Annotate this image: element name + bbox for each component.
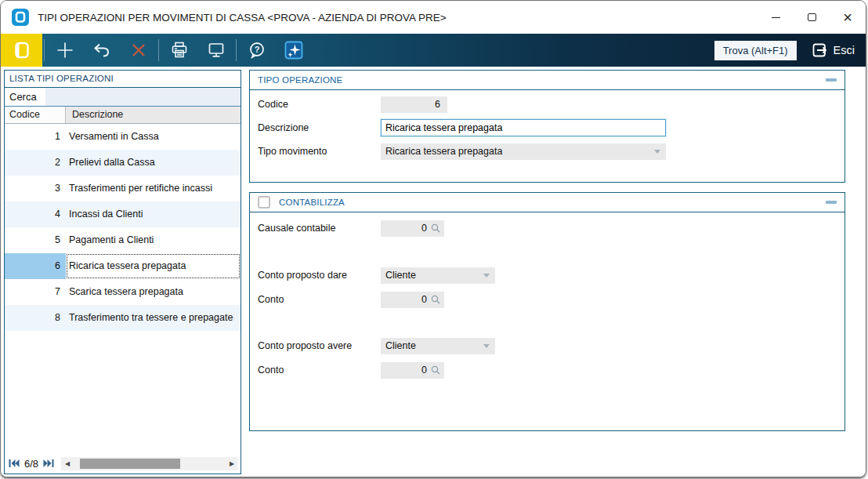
- dare-row: Conto proposto dare Cliente: [258, 267, 844, 284]
- last-record-icon: [43, 459, 54, 468]
- list-item-codice[interactable]: 1: [5, 124, 66, 150]
- avere-label: Conto proposto avere: [258, 340, 381, 351]
- list-item-descrizione[interactable]: Trasferimenti per retifiche incassi: [66, 176, 241, 201]
- list-item-codice[interactable]: 2: [5, 150, 66, 176]
- conto-dare-field[interactable]: 0: [381, 292, 444, 308]
- conto-avere-field[interactable]: 0: [381, 362, 444, 379]
- last-record-button[interactable]: [42, 456, 56, 470]
- undo-icon: [92, 41, 111, 60]
- avere-row: Conto proposto avere Cliente: [258, 337, 844, 354]
- list-item-descrizione[interactable]: Prelievi dalla Cassa: [66, 150, 241, 176]
- app-window: TIPI OPERAZIONI PER MOVIMENTI DI CASSA <…: [0, 0, 866, 477]
- tipo-movimento-dropdown[interactable]: Ricarica tessera prepagata: [381, 143, 666, 160]
- causale-row: Causale contabile 0: [258, 220, 844, 237]
- dare-value: Cliente: [385, 270, 416, 281]
- close-button[interactable]: ×: [830, 1, 866, 34]
- svg-text:?: ?: [254, 45, 259, 54]
- help-icon: ?: [248, 41, 266, 60]
- contabilizza-header: CONTABILIZZA: [250, 193, 844, 212]
- preview-button[interactable]: [197, 34, 234, 67]
- main-area: LISTA TIPI OPERAZIONI Cerca Codice Descr…: [1, 67, 866, 477]
- operations-list-panel: LISTA TIPI OPERAZIONI Cerca Codice Descr…: [4, 70, 241, 474]
- list-item-descrizione[interactable]: Ricarica tessera prepagata: [66, 253, 241, 279]
- column-header-codice[interactable]: Codice: [5, 107, 66, 123]
- first-record-button[interactable]: [7, 456, 21, 470]
- list-status-bar: 6/8 ◀ ▶: [5, 453, 241, 474]
- lookup-magnifier-icon: [431, 223, 440, 233]
- codice-field: 6: [381, 96, 447, 113]
- list-item[interactable]: 2Prelievi dalla Cassa: [5, 150, 241, 176]
- trova-button[interactable]: Trova (Alt+F1): [714, 41, 797, 60]
- monitor-icon: [207, 41, 226, 60]
- help-button[interactable]: ?: [238, 34, 275, 67]
- list-item-codice[interactable]: 5: [5, 227, 66, 253]
- horizontal-scrollbar[interactable]: ◀ ▶: [61, 457, 238, 470]
- descrizione-input[interactable]: [381, 119, 666, 136]
- delete-x-icon: [131, 42, 146, 58]
- collapse-icon[interactable]: [826, 201, 837, 204]
- operations-list: 1Versamenti in Cassa2Prelievi dalla Cass…: [5, 124, 241, 453]
- list-item[interactable]: 7Scarica tessera prepagata: [5, 279, 241, 305]
- list-item-codice[interactable]: 6: [5, 253, 66, 279]
- close-icon: ×: [843, 9, 852, 25]
- contabilizza-checkbox[interactable]: [258, 196, 270, 209]
- esci-button[interactable]: Esci: [808, 42, 858, 59]
- conto-dare-row: Conto 0: [258, 291, 844, 308]
- conto-dare-value: 0: [421, 294, 427, 305]
- search-input[interactable]: [45, 88, 241, 106]
- codice-row: Codice 6: [258, 96, 844, 113]
- list-item-descrizione[interactable]: Scarica tessera prepagata: [66, 279, 241, 305]
- list-item[interactable]: 8Trasferimento tra tessere e prepagate: [5, 305, 241, 331]
- search-row: Cerca: [5, 88, 241, 107]
- list-item[interactable]: 6Ricarica tessera prepagata: [5, 253, 241, 279]
- list-item-descrizione[interactable]: Incassi da Clienti: [66, 201, 241, 227]
- print-button[interactable]: [161, 34, 197, 67]
- app-logo-icon: [11, 8, 30, 27]
- list-item[interactable]: 3Trasferimenti per retifiche incassi: [5, 176, 241, 201]
- causale-field[interactable]: 0: [381, 220, 444, 237]
- list-item-descrizione[interactable]: Trasferimento tra tessere e prepagate: [66, 305, 241, 331]
- first-record-icon: [9, 459, 20, 468]
- list-item-descrizione[interactable]: Versamenti in Cassa: [66, 124, 241, 150]
- list-item-codice[interactable]: 7: [5, 279, 66, 305]
- maximize-button[interactable]: [794, 1, 830, 34]
- list-item[interactable]: 4Incassi da Clienti: [5, 201, 241, 227]
- tipo-movimento-row: Tipo movimento Ricarica tessera prepagat…: [258, 143, 844, 160]
- list-item[interactable]: 1Versamenti in Cassa: [5, 124, 241, 150]
- conto-avere-value: 0: [421, 365, 427, 376]
- scroll-right-icon[interactable]: ▶: [226, 457, 238, 470]
- list-item-codice[interactable]: 3: [5, 176, 66, 201]
- scroll-left-icon[interactable]: ◀: [61, 457, 74, 470]
- causale-value: 0: [421, 223, 427, 234]
- add-button[interactable]: [46, 34, 83, 67]
- list-item-descrizione[interactable]: Pagamenti a Clienti: [66, 227, 241, 253]
- dare-dropdown[interactable]: Cliente: [381, 267, 495, 284]
- minimize-button[interactable]: [758, 1, 794, 34]
- tipo-operazione-section: TIPO OPERAZIONE Codice 6 Descrizione Tip…: [249, 70, 845, 183]
- app-menu-button[interactable]: [1, 34, 42, 67]
- lookup-magnifier-icon: [431, 295, 440, 304]
- list-item-codice[interactable]: 4: [5, 201, 66, 227]
- column-header-descrizione[interactable]: Descrizione: [66, 107, 241, 123]
- toolbar-separator: [44, 39, 45, 61]
- record-pager: 6/8: [24, 458, 39, 470]
- chevron-down-icon: [654, 150, 660, 154]
- section-title: TIPO OPERAZIONE: [258, 75, 826, 85]
- list-item-codice[interactable]: 8: [5, 305, 66, 331]
- toolbar-separator: [158, 39, 159, 61]
- delete-button[interactable]: [120, 34, 157, 67]
- avere-dropdown[interactable]: Cliente: [381, 338, 495, 354]
- conto-avere-row: Conto 0: [258, 361, 844, 379]
- conto-dare-label: Conto: [258, 294, 381, 305]
- chevron-down-icon: [483, 344, 490, 348]
- undo-button[interactable]: [83, 34, 120, 67]
- list-item[interactable]: 5Pagamenti a Clienti: [5, 227, 241, 253]
- list-panel-title: LISTA TIPI OPERAZIONI: [5, 71, 241, 88]
- tipo-movimento-label: Tipo movimento: [258, 146, 381, 157]
- conto-avere-label: Conto: [258, 365, 381, 376]
- ai-assistant-button[interactable]: [275, 34, 312, 67]
- scrollbar-thumb[interactable]: [80, 459, 180, 469]
- exit-icon: [811, 42, 828, 59]
- collapse-icon[interactable]: [826, 78, 837, 82]
- scrollbar-track[interactable]: [74, 457, 226, 470]
